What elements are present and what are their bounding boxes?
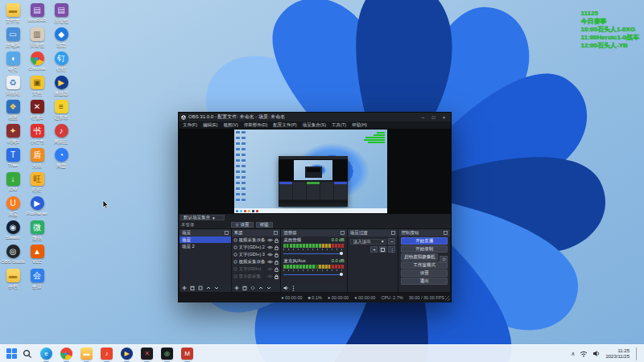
lock-icon[interactable] bbox=[275, 274, 279, 279]
desktop-icon[interactable]: ◆ 迅雷 bbox=[50, 27, 72, 51]
source-properties-gear-icon[interactable] bbox=[250, 286, 255, 290]
desktop-icon[interactable]: ▣ 文档 bbox=[26, 76, 48, 100]
dock-popout-icon[interactable] bbox=[274, 231, 278, 235]
control-button[interactable]: 开始直播 bbox=[401, 237, 448, 245]
transition-duration-button[interactable] bbox=[379, 246, 386, 253]
taskbar-app-icon[interactable]: ▬ bbox=[80, 348, 93, 360]
desktop-icon[interactable]: 微 微信 bbox=[26, 220, 48, 245]
scene-item[interactable]: 场景 bbox=[180, 237, 231, 243]
remove-scene-icon[interactable] bbox=[190, 286, 195, 290]
menu-item[interactable]: 配置文件(P) bbox=[273, 122, 296, 128]
move-down-icon[interactable] bbox=[214, 286, 219, 290]
desktop-icon[interactable]: ▭ 此电脑 bbox=[2, 27, 24, 51]
desktop-icon[interactable]: ♻ 回收站 bbox=[2, 76, 24, 100]
desktop-icon[interactable]: ◖ 夸克 bbox=[2, 51, 24, 76]
source-item[interactable]: 视频采集设备 2 bbox=[232, 258, 281, 265]
control-button[interactable]: 设置 bbox=[401, 269, 448, 277]
close-button[interactable]: × bbox=[440, 113, 448, 121]
lock-icon[interactable] bbox=[275, 238, 279, 243]
mixer-options-dots-icon[interactable] bbox=[292, 286, 295, 291]
show-desktop-button[interactable] bbox=[636, 348, 638, 360]
menu-item[interactable]: 帮助(H) bbox=[352, 122, 367, 128]
source-item[interactable]: 文字(GDI+) 3 bbox=[232, 251, 281, 258]
taskbar-app-icon[interactable]: ▶ bbox=[121, 348, 133, 360]
source-item[interactable]: 视频采集设备 bbox=[232, 237, 281, 244]
virtual-camera-config-button[interactable] bbox=[440, 256, 448, 263]
move-up-icon[interactable] bbox=[258, 286, 263, 290]
dock-popout-icon[interactable] bbox=[391, 231, 395, 235]
add-transition-button[interactable]: + bbox=[370, 246, 378, 253]
maximize-button[interactable]: □ bbox=[429, 113, 438, 121]
lock-icon[interactable] bbox=[275, 245, 279, 250]
desktop-icon[interactable]: ▥ 安装包 bbox=[26, 27, 48, 51]
network-icon[interactable] bbox=[580, 350, 588, 357]
desktop-icon[interactable]: 盾 火绒 bbox=[26, 148, 48, 172]
control-button[interactable]: 退出 bbox=[401, 278, 448, 285]
transition-select[interactable]: 淡入淡出 ▾ bbox=[350, 239, 387, 245]
menu-item[interactable]: 工具(T) bbox=[332, 122, 346, 128]
desktop-icon[interactable]: ◉ Steam bbox=[2, 220, 24, 245]
source-item[interactable]: 显示器采集 bbox=[232, 273, 281, 280]
dock-popout-icon[interactable] bbox=[341, 231, 345, 235]
volume-slider[interactable] bbox=[283, 251, 345, 256]
visibility-eye-icon[interactable] bbox=[267, 274, 273, 278]
desktop-icon[interactable]: ▤ 压缩包 bbox=[50, 3, 72, 27]
desktop-icon[interactable]: T Trae bbox=[2, 148, 24, 172]
start-button[interactable] bbox=[6, 348, 17, 359]
desktop-icon[interactable]: 钉 钉钉 bbox=[50, 51, 72, 76]
taskbar-clock[interactable]: 11:25 2023/11/25 bbox=[605, 348, 630, 360]
desktop-icon[interactable]: ● Chrome bbox=[26, 51, 48, 76]
add-source-icon[interactable] bbox=[234, 286, 239, 290]
desktop-icon[interactable]: ▲ VLC bbox=[26, 245, 48, 269]
account-settings-button[interactable]: 设置 bbox=[231, 222, 254, 228]
desktop-icon[interactable]: ▬ 文件夹 bbox=[2, 3, 24, 27]
taskbar-app-icon[interactable]: e bbox=[40, 348, 52, 360]
speaker-icon[interactable] bbox=[592, 350, 601, 357]
menu-item[interactable]: 文件(F) bbox=[183, 122, 197, 128]
menu-item[interactable]: 编辑(E) bbox=[203, 122, 217, 128]
minimize-button[interactable]: – bbox=[419, 113, 427, 121]
desktop-icon[interactable]: ❖ 画图 bbox=[2, 100, 24, 124]
scene-filters-icon[interactable] bbox=[198, 286, 203, 290]
remove-transition-button[interactable]: − bbox=[388, 238, 395, 245]
move-down-icon[interactable] bbox=[266, 286, 271, 290]
taskbar-app-icon[interactable]: ● bbox=[60, 348, 72, 360]
desktop-icon[interactable]: ✦ 剑网3 bbox=[2, 124, 24, 148]
desktop-icon[interactable]: ▶ 播放器 bbox=[50, 76, 72, 100]
taskbar-app-icon[interactable]: ✕ bbox=[141, 348, 153, 360]
obs-titlebar[interactable]: OBS 31.0.0 - 配置文件: 未命名 - 场景: 未命名 – □ × bbox=[179, 113, 451, 121]
visibility-eye-icon[interactable] bbox=[267, 260, 273, 264]
visibility-eye-icon[interactable] bbox=[267, 238, 273, 242]
taskbar-app-icon[interactable]: ◎ bbox=[161, 348, 173, 360]
desktop-icon[interactable]: ↓ IDM bbox=[2, 172, 24, 196]
desktop-icon[interactable]: ▬ 存档 bbox=[2, 269, 24, 293]
desktop-icon[interactable]: ◔ 网盘 bbox=[50, 148, 72, 172]
control-button[interactable]: 启动虚拟摄像机 bbox=[401, 253, 438, 261]
visibility-eye-icon[interactable] bbox=[267, 245, 273, 249]
add-scene-icon[interactable] bbox=[182, 286, 187, 290]
lock-icon[interactable] bbox=[275, 253, 279, 257]
control-button[interactable]: 开始录制 bbox=[401, 245, 448, 253]
source-item[interactable]: 文字(GDI+) 2 bbox=[232, 244, 281, 251]
transition-options-button[interactable]: ⋮ bbox=[388, 246, 395, 253]
tray-overflow-chevron[interactable]: ∧ bbox=[571, 351, 575, 357]
resize-grip[interactable] bbox=[445, 296, 450, 301]
desktop-icon[interactable]: ✕ 红警2 bbox=[26, 100, 48, 124]
desktop-icon[interactable]: ≡ 记事本 bbox=[50, 100, 72, 124]
search-icon[interactable] bbox=[23, 349, 32, 359]
taskbar-app-icon[interactable]: M bbox=[181, 348, 193, 360]
visibility-eye-icon[interactable] bbox=[267, 253, 273, 257]
move-up-icon[interactable] bbox=[206, 286, 211, 290]
menu-item[interactable]: 场景集合(S) bbox=[303, 122, 326, 128]
desktop-icon[interactable]: 旺 旺旺 bbox=[26, 172, 48, 196]
source-item[interactable]: 文字(GDI+) bbox=[232, 265, 281, 273]
obs-preview[interactable] bbox=[179, 129, 451, 214]
dock-popout-icon[interactable] bbox=[444, 231, 448, 235]
dock-popout-icon[interactable] bbox=[225, 231, 229, 235]
lock-icon[interactable] bbox=[275, 260, 279, 265]
volume-slider[interactable] bbox=[283, 272, 345, 277]
menu-item[interactable]: 停靠部件(D) bbox=[244, 122, 268, 128]
desktop-icon[interactable]: 书 小红书 bbox=[26, 124, 48, 148]
desktop-icon[interactable]: 会 会议 bbox=[26, 269, 48, 293]
scene-item[interactable]: 场景 2 bbox=[180, 243, 231, 249]
